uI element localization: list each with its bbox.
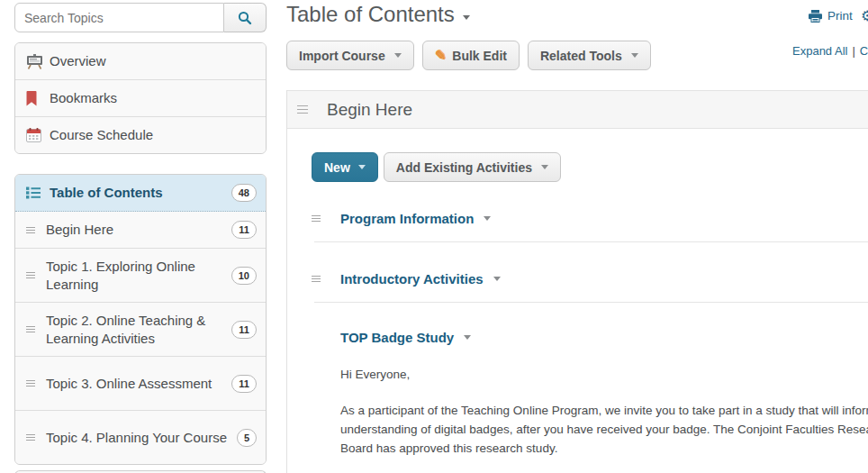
submodule-label: Introductory Activities: [340, 271, 484, 287]
page-title: Table of Contents: [286, 2, 455, 27]
drag-handle-icon[interactable]: [297, 105, 308, 114]
presentation-icon: [26, 54, 50, 69]
chevron-down-icon: [541, 165, 548, 169]
sidebar: Overview Bookmarks: [14, 3, 267, 473]
link-separator: |: [852, 44, 854, 58]
topic-description: Hi Everyone, As a participant of the Tea…: [340, 365, 868, 473]
add-existing-label: Add Existing Activities: [396, 160, 532, 175]
sidebar-toc-group: Table of Contents 48 Begin Here 11 Topic…: [14, 174, 267, 465]
expand-all-link[interactable]: Expand All: [792, 44, 847, 58]
toolbar: Import Course ✎ Bulk Edit Related Tools: [286, 41, 651, 70]
topic-count-badge: 10: [231, 267, 257, 285]
new-button[interactable]: New: [312, 152, 378, 182]
page-title-dropdown[interactable]: Table of Contents: [286, 2, 470, 27]
chevron-down-icon: [493, 277, 501, 281]
paragraph-line: As a participant of the Teaching Online …: [340, 401, 868, 420]
collapse-all-link[interactable]: Collapse All: [860, 44, 868, 58]
drag-handle-icon[interactable]: [26, 380, 35, 387]
module-content: New Add Existing Activities Program Info…: [287, 129, 868, 473]
search-icon: [238, 11, 252, 25]
sidebar-item-label: Topic 1. Exploring Online Learning: [46, 250, 231, 301]
topic-top-badge-study[interactable]: TOP Badge Study: [340, 330, 868, 345]
related-tools-label: Related Tools: [540, 49, 622, 63]
module-header: Begin Here: [287, 90, 868, 129]
search-bar: [14, 3, 267, 32]
sidebar-item-topic-1[interactable]: Topic 1. Exploring Online Learning 10: [15, 249, 266, 303]
sidebar-item-label: Overview: [50, 45, 257, 77]
sidebar-item-label: Topic 2. Online Teaching & Learning Acti…: [46, 305, 231, 355]
bulk-edit-button[interactable]: ✎ Bulk Edit: [422, 41, 520, 70]
drag-handle-icon[interactable]: [26, 326, 35, 332]
topic-count-badge: 48: [231, 184, 257, 202]
sidebar-item-label: Topic 4. Planning Your Course: [46, 422, 237, 454]
divider: [314, 241, 868, 242]
drag-handle-icon[interactable]: [26, 227, 35, 233]
sidebar-item-label: Table of Contents: [50, 177, 231, 209]
drag-handle-icon[interactable]: [312, 276, 321, 282]
sidebar-item-label: Bookmarks: [50, 82, 257, 114]
sidebar-item-topic-2[interactable]: Topic 2. Online Teaching & Learning Acti…: [15, 303, 266, 357]
submodule-program-information[interactable]: Program Information: [312, 211, 868, 226]
print-label: Print: [827, 9, 853, 23]
drag-handle-icon[interactable]: [312, 215, 321, 222]
printer-icon: [809, 10, 822, 23]
topic-label: TOP Badge Study: [340, 330, 454, 345]
topic-count-badge: 11: [231, 321, 257, 339]
topic-count-badge: 5: [237, 429, 257, 447]
chevron-down-icon: [464, 335, 471, 340]
pencil-icon: ✎: [435, 48, 447, 64]
sidebar-item-table-of-contents[interactable]: Table of Contents 48: [15, 175, 266, 212]
related-tools-button[interactable]: Related Tools: [528, 41, 651, 70]
sidebar-item-bookmarks[interactable]: Bookmarks: [15, 80, 266, 117]
sidebar-item-label: Begin Here: [46, 214, 231, 246]
calendar-icon: [26, 128, 50, 142]
begin-here-panel: Begin Here New Add Existing Activities P…: [286, 90, 868, 473]
submodule-label: Program Information: [340, 211, 474, 226]
settings-icon[interactable]: ⚙: [861, 7, 868, 23]
chevron-down-icon: [463, 15, 470, 20]
chevron-down-icon: [484, 216, 491, 221]
module-title: Begin Here: [327, 100, 412, 120]
bulk-edit-label: Bulk Edit: [452, 49, 507, 63]
sidebar-item-course-schedule[interactable]: Course Schedule: [15, 117, 266, 153]
drag-handle-icon[interactable]: [26, 272, 35, 278]
module-actions: New Add Existing Activities: [312, 152, 868, 182]
toc-list-icon: [26, 186, 50, 199]
paragraph: As a participant of the Teaching Online …: [340, 401, 868, 458]
sidebar-item-label: Course Schedule: [50, 119, 257, 151]
paragraph-line: understanding of digital badges, after y…: [340, 420, 868, 439]
paragraph-line: Hi Everyone,: [340, 365, 868, 384]
search-button[interactable]: [224, 3, 267, 32]
topic-count-badge: 11: [231, 375, 257, 393]
divider: [314, 302, 868, 303]
sidebar-item-label: Topic 3. Online Assessment: [46, 368, 231, 400]
sidebar-item-overview[interactable]: Overview: [15, 43, 266, 80]
expand-collapse-bar: Expand All|Collapse All: [792, 44, 868, 58]
search-input[interactable]: [14, 3, 224, 32]
bookmark-icon: [26, 91, 50, 106]
add-existing-activities-button[interactable]: Add Existing Activities: [384, 152, 561, 182]
sidebar-item-begin-here[interactable]: Begin Here 11: [15, 212, 266, 249]
table-of-contents-page: Overview Bookmarks: [0, 0, 868, 473]
print-button[interactable]: Print: [809, 9, 853, 23]
chevron-down-icon: [394, 53, 402, 58]
sidebar-item-topic-4[interactable]: Topic 4. Planning Your Course 5: [15, 411, 266, 464]
import-course-button[interactable]: Import Course: [286, 41, 414, 70]
drag-handle-icon[interactable]: [26, 434, 35, 441]
import-course-label: Import Course: [299, 49, 385, 63]
sidebar-nav-group: Overview Bookmarks: [14, 42, 267, 154]
new-button-label: New: [324, 160, 350, 175]
chevron-down-icon: [358, 165, 366, 169]
submodule-introductory-activities[interactable]: Introductory Activities: [312, 271, 868, 287]
sidebar-item-topic-3[interactable]: Topic 3. Online Assessment 11: [15, 357, 266, 411]
chevron-down-icon: [631, 53, 638, 58]
topic-count-badge: 11: [231, 221, 257, 239]
paragraph-line: Board has approved this research study.: [340, 439, 868, 458]
